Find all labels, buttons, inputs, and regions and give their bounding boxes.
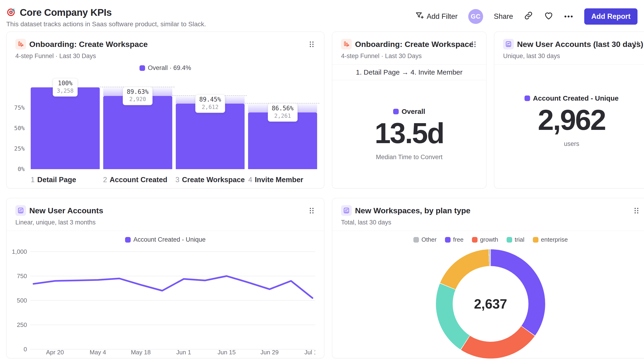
legend-item-growth[interactable]: growth: [472, 236, 498, 243]
funnel-bar[interactable]: [176, 104, 245, 169]
legend-item-enterprise[interactable]: enterprise: [533, 236, 568, 243]
donut-center-value: 2,637: [474, 296, 507, 312]
divider: [494, 64, 644, 65]
drag-handle-icon[interactable]: [634, 41, 639, 48]
card-title: New User Accounts (last 30 days): [517, 40, 643, 49]
line-chart[interactable]: 02505007501,000Apr 20May 4May 18Jun 1Jun…: [10, 247, 315, 356]
funnel-y-tick: 25%: [6, 145, 25, 152]
legend-label: Other: [422, 236, 436, 243]
add-report-button[interactable]: Add Report: [584, 8, 638, 25]
funnel-bar-label: 86.56%2,261: [268, 103, 298, 121]
card-subtitle: Total, last 30 days: [341, 219, 628, 226]
card-subtitle: Linear, unique, last 3 months: [15, 219, 303, 226]
funnel-bar-group[interactable]: 89.63%2,920: [103, 87, 172, 169]
funnel-y-tick: 75%: [6, 104, 25, 111]
legend-swatch: [140, 65, 145, 71]
legend-item-free[interactable]: free: [445, 236, 464, 243]
x-axis-tick: Apr 20: [46, 349, 64, 356]
x-axis-tick: Jul 13: [304, 349, 315, 356]
legend-swatch: [533, 237, 538, 243]
legend-swatch: [524, 95, 530, 101]
legend-swatch: [472, 237, 478, 243]
share-label: Share: [494, 12, 513, 21]
line-report-icon: [15, 205, 26, 216]
legend-item-other[interactable]: Other: [413, 236, 436, 243]
funnel-step-label: 1Detail Page: [31, 176, 100, 184]
y-axis-tick: 0: [24, 346, 27, 353]
copy-link-button[interactable]: [524, 11, 533, 22]
page-subtitle: This dataset tracks actions in Saas soft…: [6, 20, 206, 28]
card-title: Onboarding: Create Workspace: [29, 40, 148, 49]
metric-caption: Median Time to Convert: [376, 154, 443, 161]
legend-label: growth: [480, 236, 498, 243]
funnel-legend[interactable]: Overall · 69.4%: [6, 64, 324, 71]
metric-value: 2,962: [538, 105, 605, 134]
legend-label: Account Created - Unique: [533, 94, 618, 102]
more-menu-button[interactable]: •••: [564, 12, 574, 20]
y-axis-tick: 750: [17, 273, 27, 280]
x-axis-tick: Jun 15: [218, 349, 236, 356]
page-header: Core Company KPIs This dataset tracks ac…: [0, 0, 644, 31]
share-button[interactable]: Share: [494, 12, 513, 21]
drag-handle-icon[interactable]: [634, 208, 639, 215]
funnel-bar[interactable]: [103, 96, 172, 169]
donut-legend: Otherfreegrowthtrialenterprise: [332, 236, 644, 243]
legend-swatch: [125, 237, 131, 243]
line-series[interactable]: [34, 276, 312, 298]
funnel-y-tick: 50%: [6, 125, 25, 131]
line-report-icon: [341, 205, 352, 216]
avatar[interactable]: GC: [468, 9, 483, 24]
funnel-bar-label: 89.63%2,920: [123, 87, 152, 105]
funnel-bar-label: 89.45%2,612: [195, 94, 225, 113]
add-filter-button[interactable]: Add Filter: [415, 11, 458, 22]
line-legend[interactable]: Account Created - Unique: [6, 236, 324, 243]
funnel-bar-group[interactable]: 89.45%2,612: [176, 87, 245, 169]
legend-swatch: [413, 237, 419, 243]
funnel-bar-group[interactable]: 86.56%2,261: [248, 87, 317, 169]
funnel-report-icon: [341, 39, 352, 49]
page-title: Core Company KPIs: [20, 7, 112, 18]
metric-legend[interactable]: Account Created - Unique: [524, 94, 618, 102]
funnel-chart[interactable]: 75%50%25%0% 100%3,25889.63%2,92089.45%2,…: [6, 75, 324, 189]
x-axis-tick: May 4: [90, 349, 106, 356]
filter-plus-icon: [415, 11, 424, 22]
donut-chart[interactable]: 2,637: [436, 249, 545, 359]
favorite-button[interactable]: [544, 11, 554, 22]
card-new-user-accounts-line[interactable]: New User Accounts Linear, unique, last 3…: [6, 198, 324, 358]
drag-handle-icon[interactable]: [472, 41, 476, 48]
legend-label: Overall: [402, 108, 425, 115]
legend-swatch: [506, 237, 512, 243]
card-new-user-accounts-30d[interactable]: New User Accounts (last 30 days) Unique,…: [494, 31, 644, 188]
metric-value: 13.5d: [374, 119, 444, 148]
x-axis-tick: Jun 29: [260, 349, 278, 356]
dashboard-grid: Onboarding: Create Workspace 4-step Funn…: [0, 31, 644, 358]
y-axis-tick: 500: [17, 297, 27, 304]
legend-label: Overall · 69.4%: [148, 64, 191, 71]
funnel-report-icon: [15, 39, 26, 49]
funnel-bar-group[interactable]: 100%3,258: [31, 87, 100, 169]
metric-legend[interactable]: Overall: [393, 108, 425, 115]
legend-item-trial[interactable]: trial: [506, 236, 524, 243]
card-subtitle: 4-step Funnel · Last 30 Days: [15, 52, 303, 60]
funnel-bar[interactable]: [31, 87, 100, 169]
legend-label: free: [453, 236, 464, 243]
legend-label: trial: [515, 236, 524, 243]
legend-swatch: [445, 237, 450, 243]
legend-label: Account Created - Unique: [134, 236, 206, 243]
drag-handle-icon[interactable]: [310, 41, 314, 48]
y-axis-tick: 250: [17, 321, 27, 328]
card-title: New User Accounts: [29, 206, 103, 215]
card-subtitle: 4-step Funnel · Last 30 Days: [341, 52, 465, 60]
funnel-step-range: 1. Detail Page → 4. Invite Member: [332, 64, 486, 80]
funnel-step-label: 4Invite Member: [248, 176, 317, 184]
legend-label: enterprise: [541, 236, 568, 243]
card-time-to-convert[interactable]: Onboarding: Create Workspace 4-step Funn…: [332, 31, 486, 188]
card-subtitle: Unique, last 30 days: [503, 52, 628, 60]
y-axis-tick: 1,000: [12, 248, 27, 255]
donut-hole: 2,637: [453, 266, 528, 342]
metric-caption: users: [564, 140, 579, 148]
card-title: New Workspaces, by plan type: [355, 206, 470, 215]
drag-handle-icon[interactable]: [310, 208, 314, 215]
card-new-workspaces-donut[interactable]: New Workspaces, by plan type Total, last…: [332, 198, 644, 358]
card-funnel[interactable]: Onboarding: Create Workspace 4-step Funn…: [6, 31, 324, 188]
